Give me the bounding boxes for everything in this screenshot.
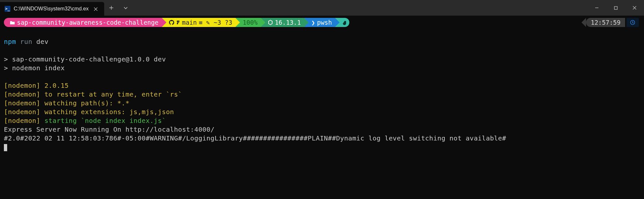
- cmd-dev: dev: [36, 38, 49, 46]
- clock-icon: [626, 18, 639, 27]
- nodemon-prefix: [nodemon]: [4, 117, 44, 125]
- prompt-node-version: 16.13.1: [275, 20, 301, 26]
- prompt-git-status: ≡ ✎ ~3 ?3: [199, 20, 232, 26]
- terminal-cursor: [4, 144, 7, 151]
- prompt-node-segment: 16.13.1: [261, 18, 304, 27]
- prompt-path-segment: sap-community-awareness-code-challenge: [4, 18, 162, 27]
- warning-line: #2.0#2022 02 11 12:58:03:786#-05:00#WARN…: [4, 134, 506, 142]
- script-line-2: > nodemon index: [4, 64, 65, 72]
- prompt-path-text: sap-community-awareness-code-challenge: [17, 20, 159, 26]
- maximize-button[interactable]: [606, 0, 625, 16]
- tab-close-button[interactable]: [92, 4, 100, 14]
- titlebar-drag-area[interactable]: [133, 0, 587, 16]
- svg-rect-0: [614, 7, 617, 9]
- terminal-output[interactable]: npm run dev > sap-community-code-challen…: [0, 27, 644, 152]
- cmd-icon: >_: [5, 6, 10, 12]
- nodemon-line: [nodemon] to restart at any time, enter …: [4, 90, 182, 98]
- tab-title: C:\WINDOWS\system32\cmd.ex: [14, 6, 89, 12]
- branch-icon: [176, 20, 180, 25]
- github-icon: [169, 20, 174, 25]
- prompt-battery-text: 100%: [243, 20, 258, 26]
- cmd-npm: npm: [4, 38, 16, 46]
- hand-icon: [342, 20, 347, 25]
- nodemon-line: [nodemon] watching path(s): *.*: [4, 99, 130, 107]
- express-line: Express Server Now Running On http://loc…: [4, 126, 215, 133]
- minimize-button[interactable]: [587, 0, 606, 16]
- prompt-chevron-icon: ❯: [311, 20, 315, 26]
- new-tab-button[interactable]: [104, 0, 119, 16]
- prompt-shell-segment: ❯ pwsh: [304, 18, 335, 27]
- cmd-run: run: [20, 38, 32, 46]
- script-line-1: > sap-community-code-challenge@1.0.0 dev: [4, 55, 166, 63]
- close-window-button[interactable]: [625, 0, 644, 16]
- nodemon-starting: starting `node index index.js`: [44, 117, 166, 125]
- prompt-git-segment: main ≡ ✎ ~3 ?3: [162, 18, 236, 27]
- powerline-prompt: sap-community-awareness-code-challenge m…: [0, 18, 644, 27]
- nodemon-line: [nodemon] 2.0.15: [4, 82, 69, 89]
- clock-segment: 12:57:59: [586, 18, 639, 27]
- tab-dropdown-button[interactable]: [119, 0, 133, 16]
- node-icon: [268, 20, 273, 25]
- prompt-shell-text: pwsh: [317, 20, 332, 26]
- nodemon-line: [nodemon] watching extensions: js,mjs,js…: [4, 108, 174, 116]
- clock-time: 12:57:59: [591, 20, 621, 26]
- prompt-git-branch: main: [182, 20, 197, 26]
- titlebar: >_ C:\WINDOWS\system32\cmd.ex: [0, 0, 644, 16]
- window-controls: [587, 0, 644, 16]
- tab-active[interactable]: >_ C:\WINDOWS\system32\cmd.ex: [0, 2, 104, 16]
- folder-icon: [10, 20, 15, 25]
